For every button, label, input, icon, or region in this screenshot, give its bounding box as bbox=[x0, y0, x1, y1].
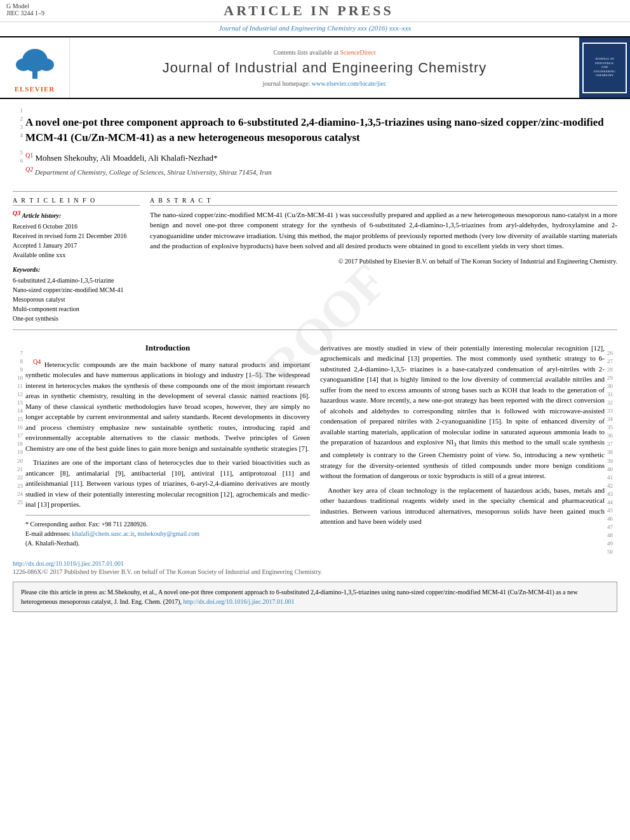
footnote-note: (A. Khalafi-Nezhad). bbox=[25, 538, 310, 548]
keywords-label: Keywords: bbox=[13, 266, 140, 273]
journal-header: ELSEVIER Contents lists available at Sci… bbox=[0, 36, 630, 99]
journal-homepage: journal homepage: www.elsevier.com/locat… bbox=[263, 80, 387, 87]
online-date: Available online xxx bbox=[13, 250, 140, 260]
divider-1 bbox=[13, 191, 617, 192]
article-info-header: A R T I C L E I N F O bbox=[13, 197, 140, 206]
intro-paragraph1: Q4 Heterocyclic compounds are the main b… bbox=[25, 357, 310, 510]
citation-text: Please cite this article in press as: M.… bbox=[21, 589, 578, 605]
line-numbers-left: 1 2 3 4 5 6 bbox=[13, 105, 25, 186]
citation-box: Please cite this article in press as: M.… bbox=[13, 582, 617, 612]
keyword-5: One-pot synthesis bbox=[13, 314, 140, 323]
journal-center: Contents lists available at ScienceDirec… bbox=[70, 37, 579, 98]
q4-marker: Q4 bbox=[33, 358, 41, 365]
intro-section-title: Introduction bbox=[25, 343, 310, 353]
journal-homepage-link[interactable]: www.elsevier.com/locate/jiec bbox=[312, 80, 387, 87]
journal-logo-right: JOURNAL OFINDUSTRIALANDENGINEERINGCHEMIS… bbox=[579, 37, 630, 98]
article-title: A novel one-pot three component approach… bbox=[25, 115, 605, 145]
abstract-text: The nano-sized copper/zinc-modified MCM-… bbox=[150, 210, 617, 251]
paper-body: 1 2 3 4 5 6 A novel one-pot three compon… bbox=[13, 105, 617, 186]
divider-2 bbox=[13, 330, 617, 330]
email-link-1[interactable]: khalafi@chem.susc.ac.ir bbox=[72, 530, 134, 537]
elsevier-tree-icon bbox=[10, 43, 60, 84]
top-bar: G Model JIEC 3244 1–9 ARTICLE IN PRESS bbox=[0, 0, 630, 22]
title-authors-section: A novel one-pot three component approach… bbox=[25, 105, 605, 186]
publish-line: 1226-086X/© 2017 Published by Elsevier B… bbox=[13, 568, 617, 575]
keyword-3: Mesoporous catalyst bbox=[13, 295, 140, 304]
q2-marker: Q2 bbox=[25, 166, 33, 173]
elsevier-brand: ELSEVIER bbox=[15, 85, 55, 93]
citation-doi-link[interactable]: http://dx.doi.org/10.1016/j.jiec.2017.01… bbox=[184, 598, 295, 605]
copyright-line: © 2017 Published by Elsevier B.V. on beh… bbox=[150, 257, 617, 266]
footnote-corresponding: * Corresponding author. Fax: +98 711 228… bbox=[25, 519, 310, 529]
keyword-4: Multi-component reaction bbox=[13, 304, 140, 314]
accepted-date: Accepted 1 January 2017 bbox=[13, 241, 140, 250]
doi-line: http://dx.doi.org/10.1016/j.jiec.2017.01… bbox=[13, 560, 617, 567]
q3-marker: Q3 bbox=[13, 210, 20, 217]
elsevier-logo-left: ELSEVIER bbox=[0, 37, 70, 98]
article-title-section: A novel one-pot three component approach… bbox=[25, 105, 605, 186]
abstract-col: A B S T R A C T The nano-sized copper/zi… bbox=[150, 197, 617, 323]
author-line: Q1 Mohsen Shekouhy, Ali Moaddeli, Ali Kh… bbox=[25, 152, 605, 163]
body-line-numbers-left: 7 8 9 10 11 12 13 14 15 16 17 18 19 20 2… bbox=[13, 335, 25, 556]
body-line-numbers-right: 26 27 28 29 30 31 32 33 34 35 36 37 38 3… bbox=[605, 335, 617, 556]
journal-code: G Model JIEC 3244 1–9 bbox=[6, 3, 44, 17]
doi-link[interactable]: http://dx.doi.org/10.1016/j.jiec.2017.01… bbox=[13, 560, 124, 567]
keyword-1: 6-substituted 2,4-diamino-1,3,5-triazine bbox=[13, 276, 140, 285]
body-col-right: derivatives are mostly studied in view o… bbox=[320, 343, 605, 556]
affiliation-line: Q2 Department of Chemistry, College of S… bbox=[25, 166, 605, 176]
abstract-header: A B S T R A C T bbox=[150, 197, 617, 206]
journal-subtitle: Journal of Industrial and Engineering Ch… bbox=[0, 22, 630, 34]
email-link-2[interactable]: mshekouhy@gmail.com bbox=[137, 530, 199, 537]
svg-point-4 bbox=[39, 58, 54, 71]
info-abstract-section: A R T I C L E I N F O Q3 Article history… bbox=[13, 197, 617, 323]
svg-point-3 bbox=[16, 58, 31, 71]
article-info-col: A R T I C L E I N F O Q3 Article history… bbox=[13, 197, 140, 323]
body-col-left: Introduction Q4 Heterocyclic compounds a… bbox=[25, 343, 310, 556]
revised-date: Received in revised form 21 December 201… bbox=[13, 231, 140, 241]
article-history-label: Q3 Article history: bbox=[13, 210, 140, 219]
article-in-press-banner: ARTICLE IN PRESS bbox=[44, 3, 573, 19]
footnote-emails: E-mail addresses: khalafi@chem.susc.ac.i… bbox=[25, 529, 310, 538]
contents-available: Contents lists available at ScienceDirec… bbox=[273, 49, 375, 56]
body-section: 7 8 9 10 11 12 13 14 15 16 17 18 19 20 2… bbox=[13, 335, 617, 556]
sciencedirect-link[interactable]: ScienceDirect bbox=[340, 49, 375, 56]
main-content: 1 2 3 4 5 6 A novel one-pot three compon… bbox=[0, 99, 630, 618]
q1-marker: Q1 bbox=[25, 152, 33, 159]
journal-logo-icon: JOURNAL OFINDUSTRIALANDENGINEERINGCHEMIS… bbox=[582, 43, 627, 93]
footnote-area: * Corresponding author. Fax: +98 711 228… bbox=[25, 515, 310, 548]
right-spacer bbox=[605, 105, 617, 186]
keyword-2: Nano-sized copper/zinc-modified MCM-41 bbox=[13, 285, 140, 295]
journal-title: Journal of Industrial and Engineering Ch… bbox=[163, 60, 486, 76]
keywords-section: Keywords: 6-substituted 2,4-diamino-1,3,… bbox=[13, 266, 140, 323]
intro-paragraph-right: derivatives are mostly studied in view o… bbox=[320, 343, 605, 527]
body-two-col: Introduction Q4 Heterocyclic compounds a… bbox=[25, 343, 605, 556]
received-date: Received 6 October 2016 bbox=[13, 222, 140, 231]
